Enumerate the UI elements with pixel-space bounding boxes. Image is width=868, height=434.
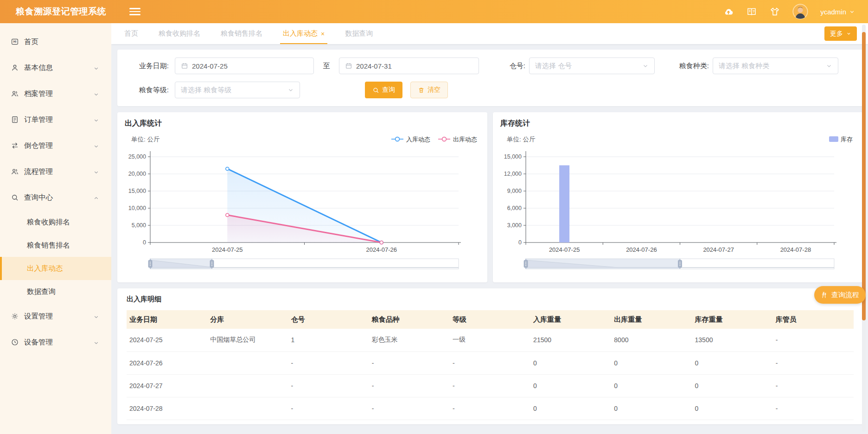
cloud-upload-icon[interactable] [723, 6, 734, 17]
users-icon [11, 89, 19, 98]
table-cell: 中国烟草总公司 [207, 329, 288, 351]
sidebar-subitem-6-2[interactable]: 出入库动态 [0, 257, 111, 280]
help-book-icon[interactable]: ? [746, 6, 757, 17]
theme-shirt-icon[interactable] [769, 6, 780, 17]
sidebar-item-7[interactable]: 设置管理 [0, 303, 111, 329]
table-cell: 0 [530, 397, 611, 420]
chevron-down-icon [826, 63, 832, 69]
sidebar-item-label: 设备管理 [24, 338, 53, 347]
svg-text:3,000: 3,000 [507, 222, 522, 229]
app-title: 粮食溯源登记管理系统 [16, 6, 106, 18]
date-from-input[interactable]: 2024-07-25 [175, 57, 314, 74]
table-column-header: 库存重量 [692, 310, 773, 329]
svg-text:5,000: 5,000 [132, 222, 146, 229]
tab-0[interactable]: 首页 [124, 23, 138, 44]
workflow-users-icon [11, 167, 19, 176]
username-label: ycadmin [820, 8, 846, 16]
tab-4[interactable]: 数据查询 [345, 23, 373, 44]
sidebar-item-8[interactable]: 设备管理 [0, 329, 111, 355]
app-header: 粮食溯源登记管理系统 ? ycadmin [0, 0, 868, 23]
table-cell: - [773, 397, 854, 420]
grain-type-select[interactable]: 请选择 粮食种类 [713, 57, 838, 74]
sidebar-item-5[interactable]: 流程管理 [0, 159, 111, 185]
grain-grade-select[interactable]: 请选择 粮食等级 [175, 82, 300, 98]
table-cell [207, 397, 288, 420]
query-flow-button[interactable]: 查询流程 [814, 286, 866, 304]
table-column-header: 分库 [207, 310, 288, 329]
legend-line-marker [438, 136, 451, 143]
stock-stats-card: 库存统计 单位: 公斤 库存 03,0006,0009,00012,00015,… [493, 112, 863, 282]
sidebar-subitem-6-1[interactable]: 粮食销售排名 [0, 234, 111, 257]
page-content: 业务日期: 2024-07-25 至 2024-07-31 [111, 44, 868, 424]
search-button[interactable]: 查询 [365, 82, 402, 98]
stock-chart-title: 库存统计 [500, 119, 855, 128]
more-tabs-button[interactable]: 更多 [824, 26, 857, 41]
table-row: 2024-07-26---000- [127, 351, 854, 374]
table-column-header: 库管员 [773, 310, 854, 329]
table-cell: - [288, 351, 369, 374]
sidebar-subitem-6-3[interactable]: 数据查询 [0, 280, 111, 303]
warehouse-label: 仓号: [479, 62, 525, 70]
table-column-header: 粮食品种 [369, 310, 450, 329]
inout-chart-title: 出入库统计 [125, 119, 480, 128]
scrollbar-thumb[interactable] [862, 32, 866, 320]
close-tab-icon[interactable]: × [321, 31, 325, 37]
svg-text:2024-07-26: 2024-07-26 [366, 246, 397, 253]
hamburger-menu-icon[interactable] [129, 8, 140, 15]
sidebar-item-6[interactable]: 查询中心 [0, 185, 111, 211]
legend-label: 出库动态 [453, 135, 477, 144]
clock-icon [11, 338, 19, 346]
svg-text:0: 0 [143, 239, 146, 246]
clear-button[interactable]: 清空 [410, 82, 448, 98]
tab-2[interactable]: 粮食销售排名 [221, 23, 262, 44]
svg-text:15,000: 15,000 [128, 188, 146, 194]
legend-item-入库动态[interactable]: 入库动态 [391, 135, 430, 144]
calendar-icon [345, 62, 352, 70]
date-to-value: 2024-07-31 [356, 62, 392, 70]
svg-text:?: ? [753, 9, 755, 13]
tab-bar: 首页粮食收购排名粮食销售排名出入库动态×数据查询 更多 [111, 23, 868, 44]
search-icon [372, 87, 379, 94]
sidebar-item-1[interactable]: 基本信息 [0, 55, 111, 81]
sidebar-item-label: 首页 [24, 37, 38, 47]
sidebar-item-label: 倒仓管理 [24, 141, 53, 151]
table-cell: 13500 [692, 329, 773, 351]
table-column-header: 等级 [450, 310, 530, 329]
sidebar-item-4[interactable]: 倒仓管理 [0, 133, 111, 159]
table-cell: 一级 [450, 329, 530, 351]
datazoom-slider[interactable] [148, 259, 459, 269]
sidebar-item-0[interactable]: Hi首页 [0, 29, 111, 55]
table-cell: 0 [611, 351, 692, 374]
tab-label: 数据查询 [345, 29, 373, 38]
svg-text:25,000: 25,000 [128, 153, 146, 160]
legend-item-出库动态[interactable]: 出库动态 [438, 135, 477, 144]
tab-1[interactable]: 粮食收购排名 [159, 23, 200, 44]
sidebar-item-3[interactable]: 订单管理 [0, 107, 111, 133]
svg-text:0: 0 [518, 239, 522, 246]
user-avatar[interactable] [792, 4, 808, 19]
svg-text:2024-07-25: 2024-07-25 [212, 246, 243, 253]
unit-label: 单位: 公斤 [507, 135, 536, 144]
user-menu[interactable]: ycadmin [820, 8, 855, 16]
table-cell [207, 351, 288, 374]
sidebar-subitem-6-0[interactable]: 粮食收购排名 [0, 211, 111, 234]
warehouse-select[interactable]: 请选择 仓号 [529, 57, 655, 74]
chevron-down-icon [287, 87, 294, 93]
sidebar-item-label: 设置管理 [24, 312, 53, 321]
legend-item-库存[interactable]: 库存 [829, 135, 853, 144]
inout-line-chart: 05,00010,00015,00020,00025,0002024-07-25… [125, 147, 478, 272]
table-cell: - [773, 374, 854, 397]
grain-grade-placeholder: 请选择 粮食等级 [181, 86, 287, 95]
unit-label: 单位: 公斤 [131, 135, 160, 144]
sidebar-item-label: 查询中心 [24, 193, 53, 203]
table-row: 2024-07-28---000- [127, 397, 854, 420]
user-icon [11, 64, 19, 72]
sidebar-item-2[interactable]: 档案管理 [0, 81, 111, 107]
datazoom-slider[interactable] [524, 259, 834, 269]
legend-line-marker [391, 136, 404, 143]
sidebar-item-label: 订单管理 [24, 115, 53, 125]
date-to-input[interactable]: 2024-07-31 [339, 57, 479, 74]
svg-text:Hi: Hi [13, 40, 17, 43]
sidebar: Hi首页基本信息档案管理订单管理倒仓管理流程管理查询中心粮食收购排名粮食销售排名… [0, 23, 111, 434]
tab-3[interactable]: 出入库动态× [283, 23, 325, 44]
